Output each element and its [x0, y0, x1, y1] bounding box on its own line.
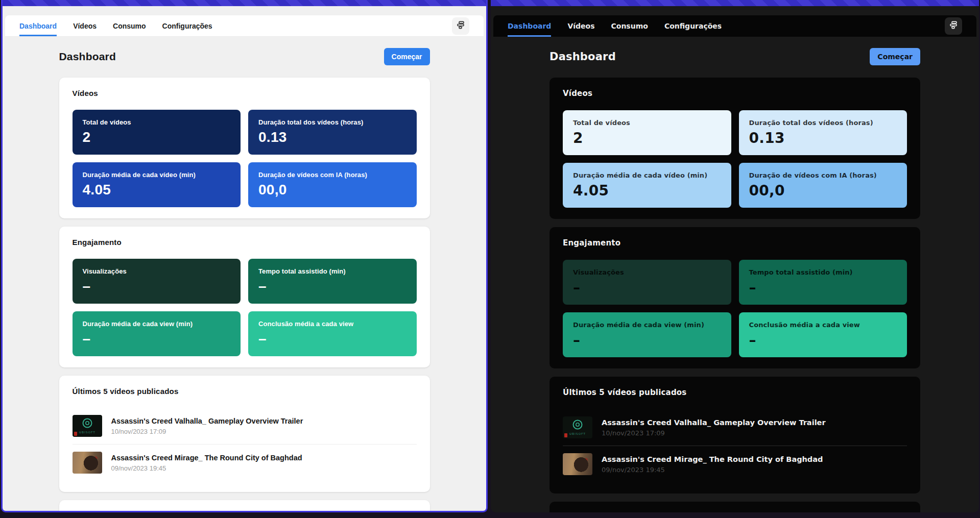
video-list-item[interactable]: Assassin's Creed Mirage_ The Round City …	[73, 444, 417, 481]
stat-label: Duração média de cada vídeo (min)	[573, 171, 721, 179]
page-title: Dashboard	[549, 51, 616, 63]
engagement-section-heading: Engajamento	[73, 238, 417, 246]
stat-label: Conclusão média a cada view	[258, 320, 407, 328]
tab-dashboard[interactable]: Dashboard	[508, 15, 551, 37]
tab-consumo[interactable]: Consumo	[611, 15, 648, 37]
latest-videos-section: Últimos 5 vídeos publicados UBISOFT	[59, 376, 430, 492]
video-thumbnail-ubisoft: UBISOFT	[563, 416, 592, 438]
tab-videos[interactable]: Vídeos	[567, 15, 594, 37]
stacked-bars-icon-button[interactable]	[945, 17, 962, 35]
stat-value: 4.05	[573, 182, 721, 199]
stat-label: Duração de vídeos com IA (horas)	[258, 171, 407, 179]
tab-bar: Dashboard Vídeos Consumo Configurações	[5, 15, 484, 37]
stat-label: Visualizações	[83, 267, 231, 275]
stat-value: –	[573, 279, 721, 296]
comecar-button[interactable]: Começar	[870, 48, 920, 65]
preview-panel-light: Dashboard Vídeos Consumo Configurações D…	[1, 0, 488, 512]
video-publish-date: 09/nov/2023 19:45	[111, 464, 302, 472]
striped-progress-band	[491, 0, 979, 6]
stat-value: 4.05	[83, 182, 231, 198]
stat-total-duration: Duração total dos vídeos (horas) 0.13	[248, 110, 417, 155]
stat-avg-duration: Duração média de cada vídeo (min) 4.05	[563, 163, 731, 208]
stat-label: Visualizações	[573, 268, 721, 276]
latest-videos-heading: Últimos 5 vídeos publicados	[563, 388, 907, 397]
latest-videos-section: Últimos 5 vídeos publicados UBISOFT	[549, 377, 920, 494]
next-section-partial	[549, 502, 920, 512]
tab-dashboard[interactable]: Dashboard	[19, 15, 57, 36]
video-thumbnail-mirage	[563, 453, 592, 475]
stat-avg-completion: Conclusão média a cada view –	[739, 312, 907, 357]
stat-ai-duration: Duração de vídeos com IA (horas) 00,0	[248, 162, 417, 207]
stat-avg-duration: Duração média de cada vídeo (min) 4.05	[73, 162, 241, 207]
stat-watch-time: Tempo total assistido (min) –	[248, 259, 417, 304]
video-thumbnail-mirage	[73, 452, 102, 474]
dashboard-content: Dashboard Começar Vídeos Total de vídeos…	[491, 37, 979, 512]
dashboard-content: Dashboard Começar Vídeos Total de vídeos…	[3, 37, 486, 512]
engagement-section: Engajamento Visualizações – Tempo total …	[59, 227, 430, 367]
stat-label: Duração total dos vídeos (horas)	[258, 118, 407, 126]
stat-value: –	[258, 331, 407, 347]
video-title: Assassin's Creed Mirage_ The Round City …	[111, 454, 302, 462]
svg-text:UBISOFT: UBISOFT	[569, 432, 586, 435]
tab-videos[interactable]: Vídeos	[73, 15, 97, 36]
stat-value: –	[573, 332, 721, 349]
stat-value: 2	[573, 130, 721, 146]
video-publish-date: 10/nov/2023 17:09	[111, 428, 303, 435]
next-section-partial	[59, 500, 430, 512]
stacked-bars-icon-button[interactable]	[452, 17, 469, 35]
stat-label: Tempo total assistido (min)	[749, 268, 897, 276]
video-title: Assassin's Creed Valhalla_ Gameplay Over…	[111, 417, 303, 425]
stat-total-duration: Duração total dos vídeos (horas) 0.13	[739, 110, 907, 155]
tab-configuracoes[interactable]: Configurações	[162, 15, 212, 36]
stat-label: Duração média de cada view (min)	[83, 320, 231, 328]
videos-section: Vídeos Total de vídeos 2 Duração total d…	[59, 78, 430, 218]
stat-value: 0.13	[749, 130, 897, 146]
stat-avg-view-duration: Duração média de cada view (min) –	[73, 311, 241, 356]
tab-bar: Dashboard Vídeos Consumo Configurações	[493, 15, 976, 37]
stat-total-videos: Total de vídeos 2	[563, 110, 731, 155]
video-publish-date: 09/nov/2023 19:45	[602, 466, 823, 474]
video-thumbnail-ubisoft: UBISOFT	[73, 415, 102, 437]
videos-section-heading: Vídeos	[563, 89, 907, 98]
stacked-bars-icon	[948, 20, 959, 32]
stat-label: Tempo total assistido (min)	[258, 267, 407, 275]
stat-value: 0.13	[258, 129, 407, 145]
stat-ai-duration: Duração de vídeos com IA (horas) 00,0	[739, 163, 907, 208]
svg-text:UBISOFT: UBISOFT	[79, 431, 95, 434]
stat-value: –	[83, 331, 231, 347]
stat-value: 00,0	[749, 182, 897, 199]
preview-panel-dark: Dashboard Vídeos Consumo Configurações D…	[491, 0, 979, 512]
stat-value: –	[749, 279, 897, 296]
tab-consumo[interactable]: Consumo	[113, 15, 146, 36]
video-list-item[interactable]: Assassin's Creed Mirage_ The Round City …	[563, 446, 907, 482]
stat-label: Duração de vídeos com IA (horas)	[749, 171, 897, 179]
stat-views: Visualizações –	[563, 260, 731, 305]
stat-label: Duração média de cada view (min)	[573, 321, 721, 329]
tab-configuracoes[interactable]: Configurações	[664, 15, 722, 37]
stat-value: –	[258, 278, 407, 294]
latest-videos-heading: Últimos 5 vídeos publicados	[73, 387, 417, 396]
stat-value: –	[83, 278, 231, 294]
stat-watch-time: Tempo total assistido (min) –	[739, 260, 907, 305]
stat-label: Total de vídeos	[83, 118, 231, 126]
stat-avg-completion: Conclusão média a cada view –	[248, 311, 417, 356]
comecar-button[interactable]: Começar	[384, 48, 430, 65]
video-list-item[interactable]: UBISOFT Assassin's Creed Valhalla_ Gamep…	[73, 408, 417, 444]
stat-label: Total de vídeos	[573, 119, 721, 127]
video-title: Assassin's Creed Mirage_ The Round City …	[602, 455, 823, 463]
page-title: Dashboard	[59, 51, 116, 63]
stat-value: 2	[83, 129, 231, 145]
stat-label: Conclusão média a cada view	[749, 321, 897, 329]
video-list-item[interactable]: UBISOFT Assassin's Creed Valhalla_ Gamep…	[563, 409, 907, 446]
video-title: Assassin's Creed Valhalla_ Gameplay Over…	[602, 418, 826, 427]
engagement-section: Engajamento Visualizações – Tempo total …	[549, 227, 920, 368]
stacked-bars-icon	[456, 20, 466, 32]
stat-value: –	[749, 332, 897, 349]
stat-total-videos: Total de vídeos 2	[73, 110, 241, 155]
stat-label: Duração média de cada vídeo (min)	[83, 171, 231, 179]
stat-label: Duração total dos vídeos (horas)	[749, 119, 897, 127]
video-publish-date: 10/nov/2023 17:09	[602, 429, 826, 437]
stat-value: 00,0	[258, 182, 407, 198]
videos-section-heading: Vídeos	[73, 89, 417, 97]
stat-avg-view-duration: Duração média de cada view (min) –	[563, 312, 731, 357]
